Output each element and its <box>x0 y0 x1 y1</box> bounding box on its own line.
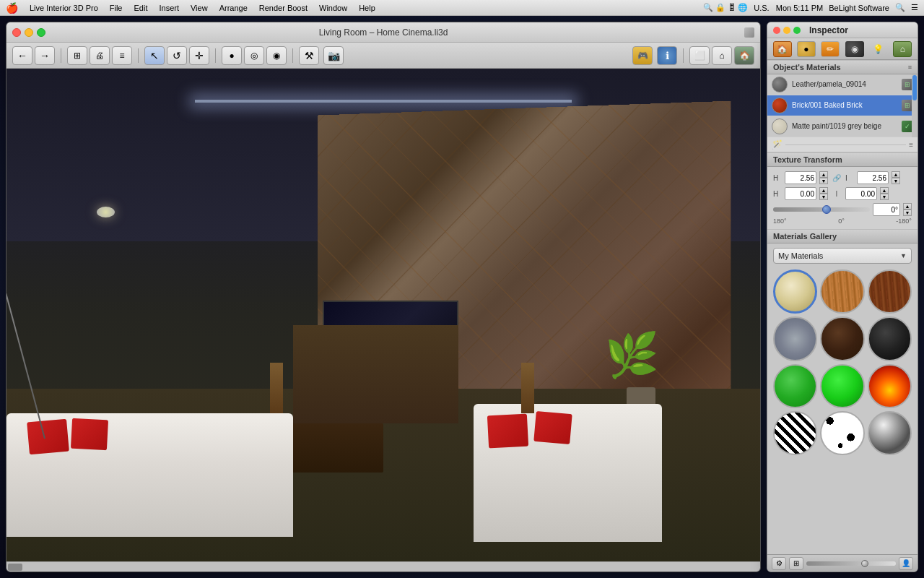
tex-i2-up[interactable]: ▲ <box>880 187 889 194</box>
tex-h-stepper[interactable]: ▲ ▼ <box>819 171 828 184</box>
tex-h2-down[interactable]: ▼ <box>819 194 828 200</box>
ins-zoom-thumb[interactable] <box>861 560 868 567</box>
angle-down[interactable]: ▼ <box>903 210 912 216</box>
materials-wrapper: Leather/pamela_09014 ⊞ Brick/001 Baked B… <box>767 74 918 137</box>
minimize-button[interactable] <box>25 28 33 37</box>
gallery-item-wood-light[interactable] <box>820 269 864 314</box>
orbit-button[interactable]: ↺ <box>167 46 187 65</box>
menu-insert[interactable]: Insert <box>159 4 179 12</box>
angle-up[interactable]: ▲ <box>903 203 912 210</box>
camera-button[interactable]: 📷 <box>323 46 344 65</box>
inspector-maximize[interactable] <box>793 27 801 34</box>
3d-view-button[interactable]: 🎮 <box>632 46 653 65</box>
angle-stepper[interactable]: ▲ ▼ <box>903 203 912 216</box>
angle-input[interactable] <box>873 203 900 216</box>
tex-i-down[interactable]: ▼ <box>892 178 900 184</box>
gallery-item-dark-wood[interactable] <box>820 316 864 361</box>
materials-scrollbar[interactable] <box>912 74 918 137</box>
view-render-button[interactable]: ◉ <box>266 46 287 65</box>
angle-slider-track[interactable] <box>773 207 870 212</box>
menu-help[interactable]: Help <box>359 4 375 12</box>
tex-row-1: H ▲ ▼ 🔗 I ▲ ▼ <box>773 171 912 184</box>
list-button[interactable]: ≡ <box>112 46 132 65</box>
gallery-dropdown-arrow-icon: ▼ <box>900 252 907 259</box>
view-3d-button[interactable]: 🏠 <box>734 46 754 65</box>
material-item-paint[interactable]: Matte paint/1019 grey beige ✓ <box>767 116 918 137</box>
gallery-item-chrome[interactable] <box>868 411 912 455</box>
view-solid-button[interactable]: ● <box>222 46 242 65</box>
tex-link-icon: 🔗 <box>831 172 842 184</box>
gallery-item-green[interactable] <box>773 364 817 408</box>
gallery-item-wood-dark[interactable] <box>868 269 912 314</box>
plan-view-button[interactable]: ⊞ <box>67 46 87 65</box>
gallery-item-green2[interactable] <box>820 364 864 408</box>
forward-button[interactable]: → <box>35 46 55 65</box>
ins-settings-button[interactable]: ⚙ <box>772 557 786 570</box>
view-house-button[interactable]: ⌂ <box>712 46 732 65</box>
wrench-button[interactable]: ⚒ <box>299 46 319 65</box>
menu-search-icon[interactable]: 🔍 <box>895 3 905 12</box>
menu-hamburger-icon[interactable]: ☰ <box>911 3 918 12</box>
tex-h2-input[interactable] <box>785 187 816 200</box>
select-tool-button[interactable]: ↖ <box>144 46 165 65</box>
add-button[interactable]: ✛ <box>189 46 209 65</box>
gallery-item-concrete[interactable] <box>773 316 817 361</box>
material-item-leather[interactable]: Leather/pamela_09014 ⊞ <box>767 74 918 95</box>
gallery-item-zebra[interactable] <box>773 411 817 455</box>
menu-view[interactable]: View <box>191 4 208 12</box>
ins-person-button[interactable]: 👤 <box>899 557 913 570</box>
view-2d-button[interactable]: ⬜ <box>689 46 710 65</box>
tex-i2-input[interactable] <box>845 187 877 200</box>
gallery-item-dalmatian[interactable] <box>820 411 864 455</box>
tab-house[interactable]: ⌂ <box>893 41 912 57</box>
menu-file[interactable]: File <box>110 4 123 12</box>
apple-menu[interactable]: 🍎 <box>6 2 18 14</box>
tex-h-input[interactable] <box>785 171 816 184</box>
3d-viewport[interactable] <box>6 69 760 561</box>
tab-light[interactable]: 💡 <box>869 41 888 57</box>
gallery-dropdown[interactable]: My Materials ▼ <box>773 248 912 264</box>
material-item-brick[interactable]: Brick/001 Baked Brick ⊞ <box>767 95 918 116</box>
angle-slider-thumb[interactable] <box>822 205 831 214</box>
close-button[interactable] <box>12 28 21 37</box>
wand-icon[interactable]: 🪄 <box>772 139 783 150</box>
tab-material-edit[interactable]: ✏ <box>821 41 840 57</box>
back-button[interactable]: ← <box>12 46 32 65</box>
tex-h-up[interactable]: ▲ <box>819 171 828 178</box>
select-buttons: ↖ ↺ ✛ <box>144 46 209 65</box>
view-wire-button[interactable]: ◎ <box>244 46 264 65</box>
menu-icon-small[interactable]: ≡ <box>909 141 913 149</box>
tex-i2-stepper[interactable]: ▲ ▼ <box>880 187 889 200</box>
inspector-content[interactable]: Object's Materials ≡ Leather/pamela_0901… <box>767 60 918 554</box>
resize-button[interactable] <box>744 27 754 38</box>
cushion-4 <box>534 411 572 444</box>
tex-h2-stepper[interactable]: ▲ ▼ <box>819 187 828 200</box>
menu-window[interactable]: Window <box>319 4 347 12</box>
maximize-button[interactable] <box>37 28 45 37</box>
gallery-item-black[interactable] <box>868 316 912 361</box>
ins-zoom-slider[interactable] <box>806 561 896 566</box>
inspector-minimize[interactable] <box>783 27 790 34</box>
gallery-item-cream[interactable] <box>773 269 817 314</box>
menu-edit[interactable]: Edit <box>134 4 148 12</box>
scroll-handle[interactable] <box>8 564 22 571</box>
tex-i-stepper[interactable]: ▲ ▼ <box>892 171 900 184</box>
print-button[interactable]: 🖨 <box>90 46 110 65</box>
tab-object[interactable]: 🏠 <box>773 41 792 57</box>
tex-i2-down[interactable]: ▼ <box>880 194 889 200</box>
materials-scrollbar-thumb[interactable] <box>912 75 917 100</box>
info-button[interactable]: ℹ <box>657 46 677 65</box>
gallery-item-fire[interactable] <box>868 364 912 408</box>
tab-texture[interactable]: ◉ <box>845 41 864 57</box>
ins-grid-button[interactable]: ⊞ <box>789 557 803 570</box>
menu-render-boost[interactable]: Render Boost <box>259 4 308 12</box>
tex-i-input[interactable] <box>857 171 889 184</box>
menu-arrange[interactable]: Arrange <box>219 4 248 12</box>
tab-material-ball[interactable]: ● <box>797 41 816 57</box>
tex-h-down[interactable]: ▼ <box>819 178 828 184</box>
bottom-scrollbar[interactable] <box>6 561 760 571</box>
tex-h2-up[interactable]: ▲ <box>819 187 828 194</box>
inspector-bottom-toolbar: ⚙ ⊞ 👤 <box>767 554 918 571</box>
inspector-close[interactable] <box>773 27 780 34</box>
tex-i-up[interactable]: ▲ <box>892 171 900 178</box>
